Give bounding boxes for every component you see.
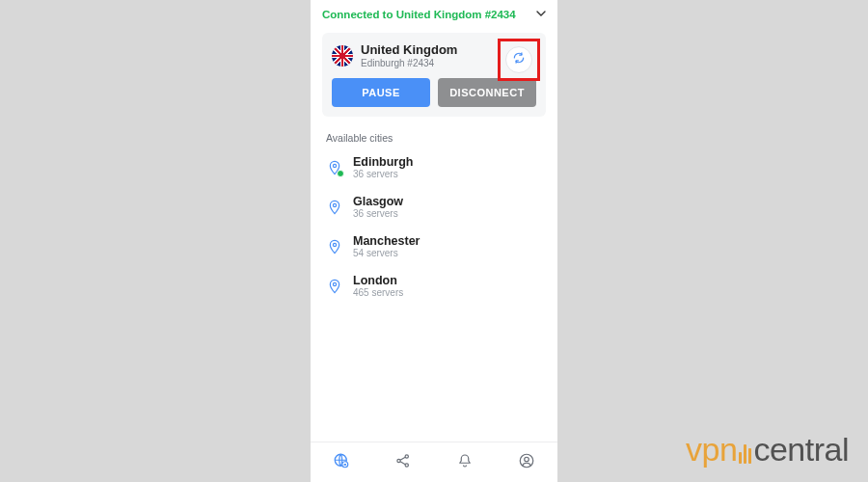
- svg-point-8: [405, 454, 408, 457]
- svg-rect-6: [344, 464, 346, 466]
- svg-point-3: [333, 282, 336, 285]
- bars-icon: [739, 444, 751, 464]
- connection-card: United Kingdom Edinburgh #2434 PAUSE DIS…: [322, 33, 546, 117]
- connected-dot-icon: [337, 170, 344, 177]
- city-servers: 465 servers: [353, 287, 403, 298]
- city-name: London: [353, 274, 403, 287]
- location-pin-icon: [326, 159, 343, 176]
- svg-point-0: [333, 164, 336, 167]
- city-name: Edinburgh: [353, 155, 414, 169]
- city-name: Manchester: [353, 234, 420, 248]
- city-servers: 36 servers: [353, 169, 414, 179]
- tab-meshnet[interactable]: [372, 442, 434, 482]
- city-item[interactable]: Edinburgh 36 servers: [318, 147, 550, 187]
- user-icon: [518, 452, 535, 473]
- location-pin-icon: [326, 238, 343, 255]
- location-pin-icon: [326, 199, 343, 216]
- svg-point-7: [397, 459, 400, 462]
- city-item[interactable]: Glasgow 36 servers: [318, 187, 550, 227]
- disconnect-button[interactable]: DISCONNECT: [438, 78, 536, 107]
- watermark-part2: central: [753, 431, 849, 469]
- watermark-logo: vpn central: [686, 431, 849, 469]
- bell-icon: [456, 452, 474, 473]
- highlight-box: [498, 39, 540, 81]
- refresh-button[interactable]: [505, 46, 532, 73]
- tab-vpn[interactable]: [311, 442, 372, 482]
- tab-bar: [311, 442, 557, 482]
- uk-flag-icon: [332, 45, 353, 67]
- svg-point-2: [333, 243, 336, 246]
- connection-buttons: PAUSE DISCONNECT: [332, 78, 536, 107]
- connection-server: Edinburgh #2434: [361, 58, 457, 68]
- city-item[interactable]: Manchester 54 servers: [318, 227, 550, 266]
- svg-point-1: [333, 203, 336, 206]
- city-name: Glasgow: [353, 195, 403, 208]
- connection-status-text: Connected to United Kingdom #2434: [322, 9, 516, 20]
- svg-point-9: [405, 463, 408, 466]
- connection-country: United Kingdom: [361, 42, 457, 57]
- tab-notifications[interactable]: [434, 442, 496, 482]
- refresh-icon: [512, 51, 526, 68]
- svg-point-11: [525, 457, 529, 462]
- watermark-part1: vpn: [686, 431, 737, 469]
- city-servers: 54 servers: [353, 248, 420, 258]
- app-screen: Connected to United Kingdom #2434 United…: [311, 0, 557, 482]
- city-list: Edinburgh 36 servers Glasgow 36 servers …: [311, 147, 557, 306]
- chevron-down-icon: [536, 9, 546, 20]
- connection-status-bar[interactable]: Connected to United Kingdom #2434: [311, 0, 557, 29]
- pause-button[interactable]: PAUSE: [332, 78, 430, 107]
- city-item[interactable]: London 465 servers: [318, 266, 550, 306]
- section-title: Available cities: [311, 126, 557, 147]
- nodes-icon: [394, 452, 412, 473]
- tab-profile[interactable]: [496, 442, 557, 482]
- location-pin-icon: [326, 278, 343, 295]
- globe-lock-icon: [333, 452, 350, 473]
- city-servers: 36 servers: [353, 208, 403, 219]
